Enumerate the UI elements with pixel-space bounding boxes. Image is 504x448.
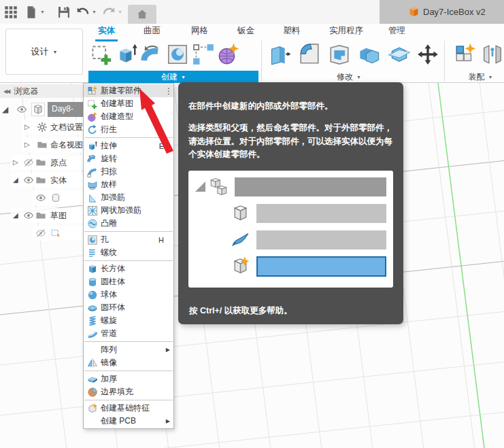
workspace-caret-icon: ▼ <box>53 50 58 54</box>
split-tool-button[interactable] <box>387 41 411 68</box>
hole-tool-button[interactable] <box>165 41 190 68</box>
workspace-selector[interactable]: 设计 ▼ <box>5 29 83 75</box>
assemble-group-dropdown[interactable]: 装配 ▼ <box>457 71 504 83</box>
visibility-eye-icon[interactable] <box>35 192 46 203</box>
menu-separator <box>84 341 173 342</box>
menu-item-14[interactable]: 螺纹 <box>84 246 173 259</box>
collapse-arrow-icon[interactable]: ◢ <box>2 105 13 116</box>
menu-item-26[interactable]: 加厚 <box>84 373 173 385</box>
sketch-tool-button[interactable] <box>90 41 114 68</box>
browser-header: ◀◀ 浏览器 <box>0 84 88 98</box>
menu-separator <box>84 260 173 261</box>
file-menu-caret[interactable]: ▼ <box>40 10 45 14</box>
undo-icon[interactable] <box>76 5 90 19</box>
newcomp-icon <box>87 86 98 97</box>
modify-caret-icon: ▼ <box>356 75 361 80</box>
tab-2[interactable]: 曲面 <box>141 25 163 39</box>
browser-row-草图[interactable]: ◢草图 <box>0 208 88 223</box>
visibility-eye-off-icon[interactable] <box>35 228 46 239</box>
menu-item-6[interactable]: 旋转 <box>84 152 173 165</box>
menu-item-5[interactable]: 拉伸E <box>84 139 173 152</box>
menu-item-21[interactable]: 管道 <box>84 327 173 340</box>
modify-group-dropdown[interactable]: 修改 ▼ <box>265 71 433 83</box>
diagram-row-2 <box>195 203 386 224</box>
browser-row-命名视图[interactable]: ▷命名视图 <box>0 137 88 152</box>
menu-item-13[interactable]: 孔H <box>84 233 173 246</box>
visibility-eye-icon[interactable] <box>23 175 34 186</box>
expand-arrow-icon[interactable]: ▷ <box>13 158 24 169</box>
menu-item-label: 拉伸 <box>101 140 117 152</box>
menu-item-11[interactable]: 凸雕 <box>84 217 173 230</box>
visibility-eye-off-icon[interactable] <box>23 157 34 168</box>
menu-item-1[interactable]: 创建草图 <box>84 97 173 110</box>
menu-item-2[interactable]: 创建造型 <box>84 110 173 123</box>
revolve-tool-button[interactable] <box>140 41 165 68</box>
menu-item-7[interactable]: 扫掠 <box>84 165 173 178</box>
folder-icon <box>37 139 48 150</box>
menu-item-9[interactable]: 加强筋 <box>84 191 173 204</box>
tab-6[interactable]: 实用程序 <box>326 25 366 39</box>
menu-item-10[interactable]: 网状加强筋 <box>84 204 173 217</box>
extrude-tool-button[interactable] <box>115 41 139 68</box>
combine-tool-button[interactable] <box>357 41 382 68</box>
expand-arrow-icon[interactable]: ▷ <box>24 141 35 152</box>
visibility-eye-icon[interactable] <box>23 210 34 221</box>
menu-separator <box>84 231 173 232</box>
menu-item-24[interactable]: 镜像 <box>84 356 173 369</box>
menu-item-0[interactable]: 新建零部件⋮ <box>84 84 173 97</box>
move-tool-button[interactable] <box>416 41 440 68</box>
menu-item-8[interactable]: 放样 <box>84 178 173 191</box>
undo-caret[interactable]: ▼ <box>92 10 97 14</box>
newcomp-tool-button[interactable] <box>453 41 477 68</box>
fillet-tool-button[interactable] <box>297 41 322 68</box>
browser-row-sk-browser[interactable] <box>0 226 88 241</box>
pattern-tool-button[interactable] <box>191 41 216 68</box>
menu-item-23[interactable]: 阵列▶ <box>84 343 173 356</box>
browser-row-原点[interactable]: ▷原点 <box>0 155 88 170</box>
menu-item-label: 孔 <box>101 234 109 245</box>
collapse-arrow-icon[interactable]: ◢ <box>13 211 24 222</box>
redo-caret[interactable]: ▼ <box>118 10 122 14</box>
menu-item-29[interactable]: 创建基础特征 <box>84 402 173 415</box>
document-tab[interactable]: Day7-IceBox v2 <box>380 0 504 24</box>
browser-row-文档设置[interactable]: ▷文档设置 <box>0 120 88 135</box>
joint-tool-button[interactable] <box>480 41 504 68</box>
menu-item-18[interactable]: 球体 <box>84 288 173 301</box>
menu-item-3[interactable]: 衍生 <box>84 123 173 136</box>
group-separator <box>261 41 262 82</box>
app-grid-icon[interactable] <box>4 5 18 19</box>
browser-row-body-cyl[interactable] <box>0 190 88 205</box>
menu-item-27[interactable]: 边界填充 <box>84 385 173 398</box>
presspull-tool-button[interactable] <box>267 41 292 68</box>
menu-item-19[interactable]: 圆环体 <box>84 301 173 314</box>
expand-arrow-icon[interactable]: ▷ <box>24 123 35 134</box>
form-icon <box>87 111 98 122</box>
home-view-button[interactable] <box>128 5 156 24</box>
create-group-dropdown[interactable]: 创建 ▼ <box>88 71 258 83</box>
basefeature-icon <box>87 403 98 414</box>
command-tooltip: 在部件中创建新的内部或外部零部件。 选择类型和父项，然后命名零部件。对于外部零部… <box>178 82 403 324</box>
file-new-icon[interactable] <box>24 5 38 19</box>
menu-item-16[interactable]: 长方体 <box>84 262 173 275</box>
collapse-arrow-icon[interactable]: ◢ <box>13 176 24 187</box>
visibility-eye-icon[interactable] <box>16 104 27 115</box>
browser-row-Day8-[interactable]: ◢Day8- <box>0 102 88 117</box>
menu-item-20[interactable]: 螺旋 <box>84 314 173 327</box>
shell-tool-button[interactable] <box>327 41 352 68</box>
sk-browser-icon <box>50 228 61 239</box>
redo-icon[interactable] <box>102 5 116 19</box>
kebab-menu-icon[interactable]: ⋮ <box>165 86 171 96</box>
menu-item-17[interactable]: 圆柱体 <box>84 275 173 288</box>
tab-5[interactable]: 塑料 <box>280 25 303 39</box>
tab-3[interactable]: 网格 <box>188 25 211 39</box>
menu-item-label: 螺纹 <box>101 247 117 258</box>
diagram-row-3 <box>195 230 386 250</box>
tab-4[interactable]: 钣金 <box>235 25 257 39</box>
menu-item-30[interactable]: 创建 PCB▶ <box>84 415 173 428</box>
browser-row-实体[interactable]: ◢实体 <box>0 173 88 188</box>
save-icon[interactable] <box>57 5 71 19</box>
tab-1[interactable]: 实体 <box>95 25 118 41</box>
form-tool-button[interactable] <box>216 41 241 68</box>
collapse-panel-icon[interactable]: ◀◀ <box>3 88 9 94</box>
tab-7[interactable]: 管理 <box>386 25 408 39</box>
